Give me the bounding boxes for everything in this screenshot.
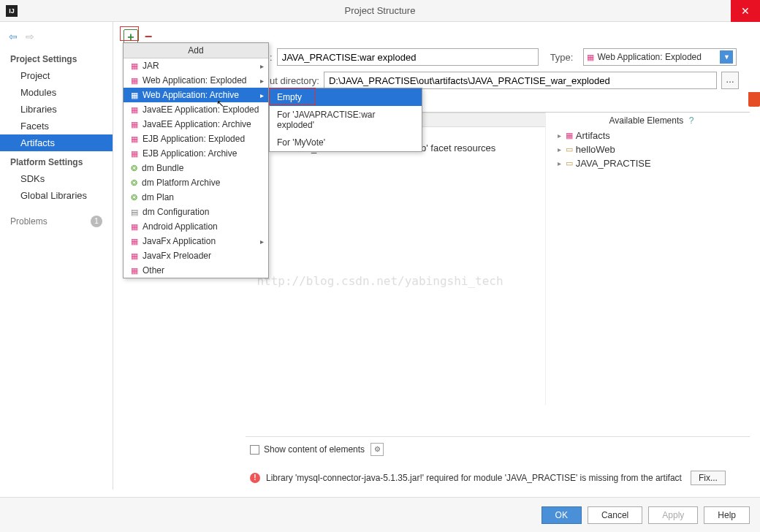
gift-icon: ▦ bbox=[131, 222, 138, 232]
collapse-icon: ▸ bbox=[558, 159, 561, 167]
show-content-checkbox[interactable] bbox=[250, 445, 259, 455]
name-label: : bbox=[270, 52, 273, 63]
sidebar-item-problems[interactable]: Problems 1 bbox=[0, 213, 113, 230]
tree-row-helloweb[interactable]: ▸ ▭ helloWeb bbox=[553, 142, 750, 156]
error-row: ! Library 'mysql-connector-java-5.1.35.j… bbox=[246, 466, 750, 490]
add-artifact-button[interactable]: + bbox=[123, 29, 138, 44]
cancel-button[interactable]: Cancel bbox=[588, 506, 642, 524]
window-title: Project Structure bbox=[345, 5, 416, 16]
titlebar: IJ Project Structure ✕ bbox=[0, 0, 760, 22]
sidebar-item-global-libraries[interactable]: Global Libraries bbox=[0, 187, 113, 204]
gift-icon: ▦ bbox=[587, 53, 594, 62]
nav-back-icon[interactable]: ⇦ bbox=[9, 31, 18, 42]
dropdown-title: Add bbox=[123, 43, 268, 58]
sub-item-for-myvote[interactable]: For 'MyVote' bbox=[270, 134, 422, 151]
dd-item-web-archive[interactable]: ▦Web Application: Archive▸ bbox=[123, 88, 268, 102]
available-elements-pane: Available Elements ? ▸ ▦ Artifacts ▸ ▭ h… bbox=[546, 113, 750, 405]
browse-button[interactable]: … bbox=[721, 72, 739, 89]
type-label: Type: bbox=[550, 52, 574, 63]
chevron-right-icon: ▸ bbox=[260, 91, 264, 99]
module-icon: ▭ bbox=[566, 159, 573, 168]
output-dir-input[interactable] bbox=[324, 72, 717, 89]
show-content-label: Show content of elements bbox=[264, 444, 365, 455]
footer: OK Cancel Apply Help bbox=[0, 497, 760, 532]
leaf-icon: ❂ bbox=[131, 178, 137, 188]
output-dir-label: ut directory: bbox=[270, 75, 319, 86]
dd-item-jar[interactable]: ▦JAR▸ bbox=[123, 58, 268, 73]
dd-item-jee-archive[interactable]: ▦JavaEE Application: Archive bbox=[123, 117, 268, 132]
gift-icon: ▦ bbox=[566, 131, 573, 140]
dd-item-javafx-app[interactable]: ▦JavaFx Application▸ bbox=[123, 234, 268, 248]
gift-icon: ▦ bbox=[131, 134, 138, 144]
sidebar-item-facets[interactable]: Facets bbox=[0, 118, 113, 134]
gift-icon: ▦ bbox=[131, 120, 138, 129]
collapse-icon: ▸ bbox=[558, 132, 561, 140]
sub-item-empty[interactable]: Empty bbox=[270, 88, 422, 106]
dd-item-javafx-preloader[interactable]: ▦JavaFx Preloader bbox=[123, 248, 268, 263]
add-dropdown: Add ▦JAR▸ ▦Web Application: Exploded▸ ▦W… bbox=[123, 42, 269, 278]
dd-item-android[interactable]: ▦Android Application bbox=[123, 219, 268, 234]
fix-button[interactable]: Fix... bbox=[691, 471, 726, 485]
gift-icon: ▦ bbox=[131, 91, 138, 100]
artifact-type-combo[interactable]: ▦ Web Application: Exploded ▼ bbox=[583, 48, 737, 66]
sidebar-item-modules[interactable]: Modules bbox=[0, 84, 113, 101]
problems-badge: 1 bbox=[91, 216, 102, 227]
dd-item-ejb-archive[interactable]: ▦EJB Application: Archive bbox=[123, 146, 268, 161]
chevron-right-icon: ▸ bbox=[260, 62, 264, 70]
app-icon: IJ bbox=[6, 5, 18, 17]
tree-row-javapractise[interactable]: ▸ ▭ JAVA_PRACTISE bbox=[553, 156, 750, 170]
sub-item-for-javapractise[interactable]: For 'JAVAPRACTISE:war exploded' bbox=[270, 106, 422, 134]
chevron-down-icon: ▼ bbox=[720, 50, 733, 64]
chevron-right-icon: ▸ bbox=[260, 77, 264, 85]
dd-item-jee-exploded[interactable]: ▦JavaEE Application: Exploded bbox=[123, 102, 268, 117]
sidebar: ⇦ ⇨ Project Settings Project Modules Lib… bbox=[0, 22, 113, 490]
doc-icon: ▤ bbox=[131, 208, 138, 217]
remove-artifact-button[interactable]: − bbox=[141, 29, 156, 44]
module-icon: ▭ bbox=[566, 145, 573, 154]
dd-item-dm-plan[interactable]: ❂dm Plan bbox=[123, 190, 268, 205]
chevron-right-icon: ▸ bbox=[260, 238, 264, 246]
gift-icon: ▦ bbox=[131, 105, 138, 115]
dd-item-dm-bundle[interactable]: ❂dm Bundle bbox=[123, 161, 268, 175]
sidebar-item-artifacts[interactable]: Artifacts bbox=[0, 134, 113, 151]
error-icon: ! bbox=[250, 473, 260, 483]
artifact-type-value: Web Application: Exploded bbox=[597, 52, 702, 62]
show-content-row: Show content of elements ⚙ bbox=[246, 436, 750, 462]
collapse-icon: ▸ bbox=[558, 145, 561, 153]
section-platform-settings: Platform Settings bbox=[0, 154, 113, 170]
gift-icon: ▦ bbox=[131, 266, 138, 276]
sidebar-item-project[interactable]: Project bbox=[0, 67, 113, 84]
close-button[interactable]: ✕ bbox=[731, 0, 760, 22]
available-elements-title: Available Elements bbox=[609, 115, 683, 126]
sidebar-item-sdks[interactable]: SDKs bbox=[0, 170, 113, 187]
gift-icon: ▦ bbox=[131, 237, 138, 246]
html5-icon bbox=[748, 92, 760, 107]
error-text: Library 'mysql-connector-java-5.1.35.jar… bbox=[266, 473, 682, 483]
problems-label: Problems bbox=[10, 216, 48, 227]
dd-item-dm-config[interactable]: ▤dm Configuration bbox=[123, 205, 268, 219]
section-project-settings: Project Settings bbox=[0, 51, 113, 67]
gift-icon: ▦ bbox=[131, 76, 138, 86]
help-icon[interactable]: ? bbox=[689, 115, 694, 126]
tree-row-artifacts[interactable]: ▸ ▦ Artifacts bbox=[553, 129, 750, 142]
dd-item-dm-platform[interactable]: ❂dm Platform Archive bbox=[123, 175, 268, 190]
sidebar-item-libraries[interactable]: Libraries bbox=[0, 101, 113, 118]
settings-icon[interactable]: ⚙ bbox=[370, 443, 384, 456]
gift-icon: ▦ bbox=[131, 61, 138, 71]
ok-button[interactable]: OK bbox=[542, 506, 582, 524]
output-layout-pane: ▾ 📁 tput root> ▸ 📁 WEB-INF 'JAVA_PRACTIS… bbox=[270, 113, 546, 405]
artifact-name-input[interactable] bbox=[277, 48, 539, 66]
leaf-icon: ❂ bbox=[131, 193, 137, 202]
dd-item-other[interactable]: ▦Other bbox=[123, 263, 268, 278]
nav-forward-icon[interactable]: ⇨ bbox=[26, 31, 34, 42]
dd-item-web-exploded[interactable]: ▦Web Application: Exploded▸ bbox=[123, 73, 268, 88]
dd-item-ejb-exploded[interactable]: ▦EJB Application: Exploded bbox=[123, 132, 268, 146]
help-button[interactable]: Help bbox=[704, 506, 750, 524]
gift-icon: ▦ bbox=[131, 149, 138, 159]
add-submenu: Empty For 'JAVAPRACTISE:war exploded' Fo… bbox=[269, 88, 422, 152]
gift-icon: ▦ bbox=[131, 251, 138, 261]
apply-button[interactable]: Apply bbox=[648, 506, 698, 524]
leaf-icon: ❂ bbox=[131, 164, 137, 173]
